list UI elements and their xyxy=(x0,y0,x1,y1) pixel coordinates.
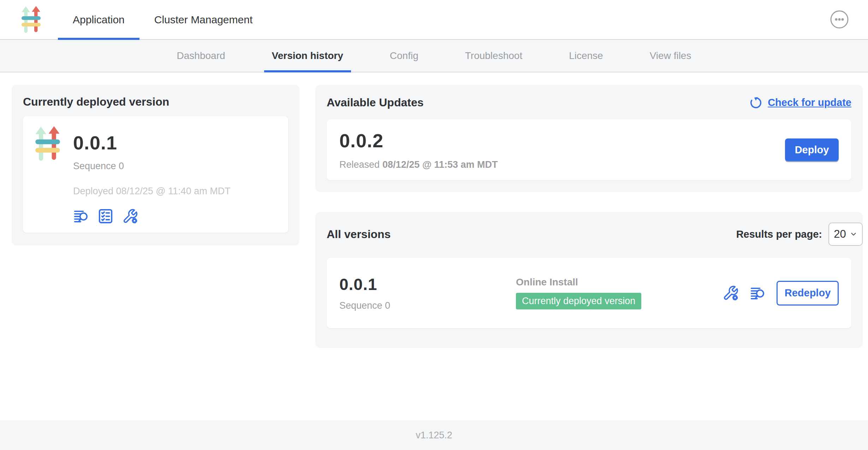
deployed-timestamp: Deployed 08/12/25 @ 11:40 am MDT xyxy=(73,186,231,197)
app-logo-icon xyxy=(35,126,60,162)
tab-application[interactable]: Application xyxy=(58,0,139,39)
app-logo xyxy=(21,0,41,39)
console-footer: v1.125.2 xyxy=(0,420,868,450)
tab-troubleshoot[interactable]: Troubleshoot xyxy=(457,40,530,72)
tab-cluster-management[interactable]: Cluster Management xyxy=(139,0,267,39)
update-released-line: Released08/12/25 @ 11:53 am MDT xyxy=(339,159,498,170)
deployed-card-title: Currently deployed version xyxy=(23,95,288,108)
version-row-info: 0.0.1 Sequence 0 xyxy=(339,275,516,311)
list-search-icon[interactable] xyxy=(73,208,89,224)
deployed-version-panel: 0.0.1 Sequence 0 Deployed 08/12/25 @ 11:… xyxy=(23,116,288,233)
row-version-number: 0.0.1 xyxy=(339,275,516,294)
app-sub-nav: Dashboard Version history Config Trouble… xyxy=(0,40,868,72)
deploy-button[interactable]: Deploy xyxy=(785,138,839,161)
all-versions-title: All versions xyxy=(327,228,391,241)
wrench-gear-icon[interactable] xyxy=(122,208,138,224)
refresh-icon[interactable] xyxy=(749,95,763,109)
deployed-version-number: 0.0.1 xyxy=(73,132,231,154)
right-column: Available Updates Check for update 0.0.2… xyxy=(315,85,863,348)
ellipsis-circle-icon xyxy=(830,10,849,29)
update-row: 0.0.2 Released08/12/25 @ 11:53 am MDT De… xyxy=(327,119,851,180)
app-logo-icon xyxy=(21,6,41,34)
deployed-version-details: 0.0.1 Sequence 0 Deployed 08/12/25 @ 11:… xyxy=(73,126,231,223)
released-date: 08/12/25 @ 11:53 am MDT xyxy=(382,159,498,170)
version-row-status: Online Install Currently deployed versio… xyxy=(516,277,641,309)
console-version: v1.125.2 xyxy=(416,430,452,441)
update-version-number: 0.0.2 xyxy=(339,130,498,152)
results-per-page-value: 20 xyxy=(834,228,846,241)
tab-version-history[interactable]: Version history xyxy=(264,40,351,72)
released-prefix: Released xyxy=(339,159,380,170)
version-row: 0.0.1 Sequence 0 Online Install Currentl… xyxy=(327,258,851,328)
top-nav: Application Cluster Management xyxy=(0,0,868,40)
tab-cluster-management-label: Cluster Management xyxy=(154,14,252,26)
row-sequence: Sequence 0 xyxy=(339,300,516,311)
chevron-down-icon xyxy=(850,230,857,238)
available-updates-title: Available Updates xyxy=(327,96,423,109)
main-content: Currently deployed version 0.0.1 Sequenc… xyxy=(0,72,868,420)
results-per-page-select[interactable]: 20 xyxy=(828,223,863,246)
currently-deployed-badge: Currently deployed version xyxy=(516,293,641,309)
deployed-actions xyxy=(73,208,231,224)
results-per-page-label: Results per page: xyxy=(736,229,822,240)
redeploy-button[interactable]: Redeploy xyxy=(777,281,839,306)
all-versions-card: All versions Results per page: 20 0.0.1 … xyxy=(315,212,863,348)
currently-deployed-card: Currently deployed version 0.0.1 Sequenc… xyxy=(12,85,299,245)
check-for-update-label: Check for update xyxy=(768,97,851,108)
check-for-update-link[interactable]: Check for update xyxy=(749,95,851,109)
tab-view-files[interactable]: View files xyxy=(642,40,699,72)
tab-application-label: Application xyxy=(73,14,125,26)
available-updates-card: Available Updates Check for update 0.0.2… xyxy=(315,85,863,192)
overflow-menu-button[interactable] xyxy=(830,10,849,29)
list-search-icon[interactable] xyxy=(750,285,766,301)
deployed-sequence: Sequence 0 xyxy=(73,161,231,172)
tab-dashboard[interactable]: Dashboard xyxy=(169,40,233,72)
wrench-gear-icon[interactable] xyxy=(722,285,739,301)
update-details: 0.0.2 Released08/12/25 @ 11:53 am MDT xyxy=(339,130,498,170)
checklist-icon[interactable] xyxy=(97,208,114,224)
tab-license[interactable]: License xyxy=(561,40,611,72)
version-row-actions: Redeploy xyxy=(722,281,839,306)
results-per-page: Results per page: 20 xyxy=(736,223,863,246)
tab-config[interactable]: Config xyxy=(382,40,426,72)
install-type-label: Online Install xyxy=(516,277,641,288)
